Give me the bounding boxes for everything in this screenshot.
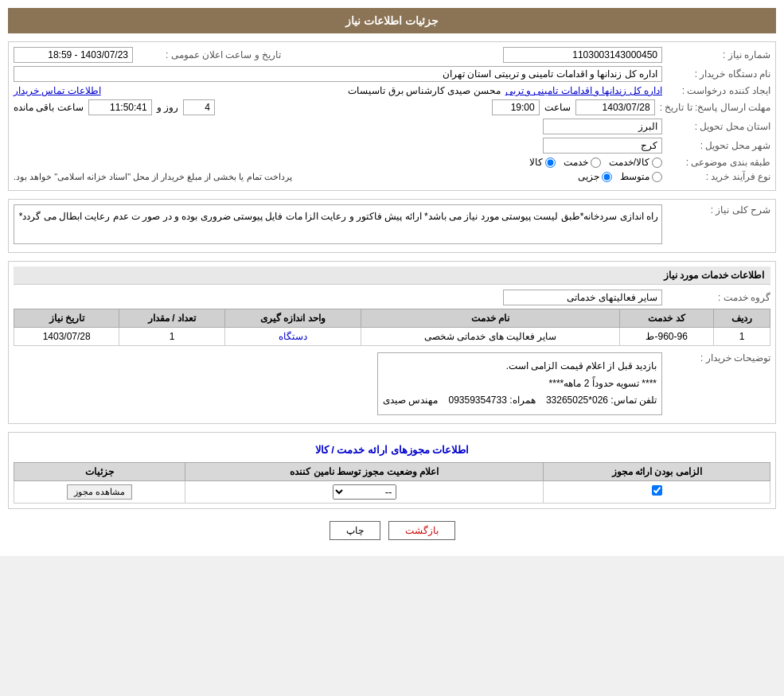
buyer-notes-label: توضیحات خریدار : [667, 352, 770, 364]
category-khadamat-label: خدمت [564, 157, 588, 168]
category-radio-group: کالا/خدمت خدمت کالا [529, 157, 662, 168]
services-section-title: اطلاعات خدمات مورد نیاز [14, 266, 770, 285]
creator-value: محسن صیدی کارشناس برق تاسیسات [348, 85, 500, 96]
process-jozei-radio[interactable] [602, 172, 612, 182]
service-group-row: گروه خدمت : سایر فعالیتهای خدماتی [14, 290, 770, 305]
need-desc-row: شرح کلی نیاز : راه اندازی سردخانه*طبق لی… [14, 204, 770, 244]
category-kala-radio[interactable] [545, 157, 556, 168]
need-desc-value: راه اندازی سردخانه*طبق لیست پیوستی مورد … [14, 204, 662, 244]
reply-remaining-value: 11:50:41 [88, 99, 152, 115]
permits-section: اطلاعات مجوزهای ارائه خدمت / کالا الزامی… [8, 432, 776, 509]
category-kala-khadamat-label: کالا/خدمت [609, 157, 649, 168]
reply-deadline-label: مهلت ارسال پاسخ: تا تاریخ : [660, 102, 770, 113]
category-row: طبقه بندی موضوعی : کالا/خدمت خدمت کالا [14, 157, 770, 168]
services-table: ردیف کد خدمت نام خدمت واحد اندازه گیری ت… [14, 309, 770, 346]
page-wrapper: جزئیات اطلاعات نیاز شماره نیاز : 1103003… [0, 0, 784, 556]
col-row: ردیف [714, 309, 770, 328]
process-row: نوع فرآیند خرید : متوسط جزیی پرداخت تمام… [14, 171, 770, 182]
col-required: الزامی بودن ارائه مجوز [544, 462, 770, 480]
col-qty: تعداد / مقدار [119, 309, 224, 328]
permit-status-cell: -- [185, 480, 544, 503]
buyer-org-label: نام دستگاه خریدار : [667, 68, 770, 80]
process-jozei-label: جزیی [578, 171, 599, 182]
col-code: کد خدمت [619, 309, 713, 328]
process-radio-group: متوسط جزیی [578, 171, 662, 182]
need-number-value: 1103003143000450 [503, 47, 662, 63]
category-kala-khadamat-option: کالا/خدمت [609, 157, 662, 168]
col-unit: واحد اندازه گیری [224, 309, 361, 328]
process-motavasset-radio[interactable] [652, 172, 662, 182]
category-kala-khadamat-radio[interactable] [652, 157, 662, 168]
permit-status-select[interactable]: -- [333, 484, 396, 500]
col-name: نام خدمت [361, 309, 620, 328]
service-group-value: سایر فعالیتهای خدماتی [503, 290, 662, 305]
city-row: شهر محل تحویل : کرج [14, 138, 770, 154]
creator-link[interactable]: اداره کل زندانها و اقدامات تامینی و تربی [505, 85, 662, 96]
main-section: شماره نیاز : 1103003143000450 تاریخ و سا… [8, 41, 776, 191]
need-desc-label: شرح کلی نیاز : [667, 204, 770, 216]
need-desc-section: شرح کلی نیاز : راه اندازی سردخانه*طبق لی… [8, 199, 776, 253]
need-number-label: شماره نیاز : [667, 49, 770, 60]
cell-row: 1 [714, 328, 770, 346]
cell-qty: 1 [119, 328, 224, 346]
back-button[interactable]: بازگشت [388, 521, 455, 540]
buyer-notes-value: بازدید قبل از اعلام قیمت الزامی است. ***… [377, 352, 662, 415]
city-value: کرج [543, 138, 662, 154]
buyer-notes-row: توضیحات خریدار : بازدید قبل از اعلام قیم… [14, 352, 770, 415]
announcement-date-label: تاریخ و ساعت اعلان عمومی : [138, 49, 281, 60]
buyer-org-row: نام دستگاه خریدار : اداره کل زندانها و ا… [14, 66, 770, 82]
buyer-org-value: اداره کل زندانها و اقدامات تامینی و تربی… [14, 66, 662, 82]
announcement-date-value: 1403/07/23 - 18:59 [14, 47, 133, 63]
reply-deadline-row: مهلت ارسال پاسخ: تا تاریخ : 1403/07/28 س… [14, 99, 770, 115]
province-label: استان محل تحویل : [667, 121, 770, 132]
creator-row: ایجاد کننده درخواست : اداره کل زندانها و… [14, 85, 770, 96]
creator-contact-link[interactable]: اطلاعات تماس خریدار [14, 85, 101, 96]
permit-required-checkbox[interactable] [652, 485, 662, 496]
permits-section-title: اطلاعات مجوزهای ارائه خدمت / کالا [14, 444, 770, 456]
reply-time-value: 19:00 [492, 99, 540, 115]
category-kala-option: کالا [529, 157, 556, 168]
category-kala-label: کالا [529, 157, 543, 168]
remaining-label: ساعت باقی مانده [14, 102, 84, 113]
creator-label: ایجاد کننده درخواست : [667, 85, 770, 96]
cell-name: سایر فعالیت های خدماتی شخصی [361, 328, 620, 346]
notes-line3: تلفن تماس: 026*33265025 همراه: 093593547… [383, 392, 657, 410]
services-section: اطلاعات خدمات مورد نیاز گروه خدمت : سایر… [8, 261, 776, 424]
days-label: روز و [157, 102, 178, 113]
page-title: جزئیات اطلاعات نیاز [8, 8, 776, 33]
time-label: ساعت [544, 102, 571, 113]
category-khadamat-option: خدمت [564, 157, 601, 168]
table-row: 1 960-96-ط سایر فعالیت های خدماتی شخصی د… [14, 328, 770, 346]
province-value: البرز [543, 119, 662, 134]
cell-unit: دستگاه [224, 328, 361, 346]
reply-days-value: 4 [183, 99, 215, 115]
cell-code: 960-96-ط [619, 328, 713, 346]
view-permit-button[interactable]: مشاهده مجوز [67, 484, 132, 500]
process-desc: پرداخت تمام یا بخشی از مبلغ خریدار از مح… [14, 172, 292, 182]
permit-required-cell [544, 480, 770, 503]
col-details: جزئیات [14, 462, 185, 480]
notes-line1: بازدید قبل از اعلام قیمت الزامی است. [383, 358, 657, 375]
permit-details-cell: مشاهده مجوز [14, 480, 185, 503]
category-label: طبقه بندی موضوعی : [667, 157, 770, 168]
service-group-label: گروه خدمت : [667, 292, 770, 303]
permits-table: الزامی بودن ارائه مجوز اعلام وضعیت مجوز … [14, 462, 770, 504]
print-button[interactable]: چاپ [330, 521, 380, 540]
category-khadamat-radio[interactable] [591, 157, 601, 168]
notes-line2: **** تسویه حدوداً 2 ماهه**** [383, 375, 657, 393]
city-label: شهر محل تحویل : [667, 140, 770, 151]
process-motavasset-label: متوسط [620, 171, 649, 182]
permit-row: -- مشاهده مجوز [14, 480, 770, 503]
reply-date-value: 1403/07/28 [575, 99, 655, 115]
process-label: نوع فرآیند خرید : [667, 171, 770, 182]
need-number-row: شماره نیاز : 1103003143000450 تاریخ و سا… [14, 47, 770, 63]
col-date: تاریخ نیاز [14, 309, 119, 328]
cell-date: 1403/07/28 [14, 328, 119, 346]
process-jozei-option: جزیی [578, 171, 612, 182]
province-row: استان محل تحویل : البرز [14, 119, 770, 134]
process-motavasset-option: متوسط [620, 171, 662, 182]
col-status: اعلام وضعیت مجوز توسط نامین کننده [185, 462, 544, 480]
bottom-buttons: بازگشت چاپ [8, 521, 776, 540]
